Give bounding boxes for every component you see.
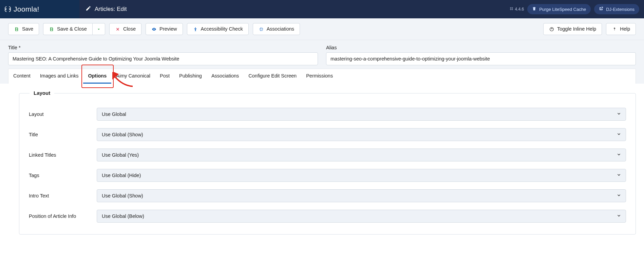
question-icon [612, 27, 617, 32]
form-row-label: Linked Titles [29, 152, 97, 158]
alias-input[interactable] [326, 52, 636, 65]
tab-content[interactable]: Content [8, 69, 35, 84]
page-title-area: Articles: Edit [79, 0, 510, 18]
save-dropdown-button[interactable] [92, 23, 105, 35]
tab-post[interactable]: Post [155, 69, 174, 84]
toolbar: Save Save & Close Close Preview Acces [0, 18, 644, 40]
pencil-icon [86, 5, 91, 13]
help-button[interactable]: Help [606, 23, 636, 35]
form-row-label: Intro Text [29, 193, 97, 198]
select-linked-titles[interactable]: Use Global (Yes) [97, 149, 626, 161]
title-label: Title * [8, 45, 318, 50]
tabs-container: ContentImages and LinksOptionsAimy Canon… [0, 69, 644, 84]
tabs-row: ContentImages and LinksOptionsAimy Canon… [8, 69, 636, 84]
save-close-button[interactable]: Save & Close [43, 23, 92, 35]
form-row-label: Position of Article Info [29, 213, 97, 219]
title-alias-area: Title * Alias [0, 40, 644, 69]
tab-permissions[interactable]: Permissions [301, 69, 338, 84]
svg-point-3 [512, 9, 513, 10]
select-layout[interactable]: Use Global [97, 108, 626, 121]
title-input[interactable] [8, 52, 318, 65]
question-circle-icon [549, 27, 554, 32]
top-bar: Joomla! Articles: Edit 4.4.6 Purge LiteS… [0, 0, 644, 18]
tab-configure-edit[interactable]: Configure Edit Screen [244, 69, 301, 84]
joomla-logo[interactable]: Joomla! [4, 5, 39, 13]
form-row: Position of Article InfoUse Global (Belo… [29, 210, 626, 223]
save-close-group: Save & Close [43, 23, 105, 35]
svg-point-2 [510, 9, 511, 10]
tab-aimy-canonical[interactable]: Aimy Canonical [111, 69, 155, 84]
chevron-down-icon [96, 27, 101, 32]
form-row-label: Title [29, 132, 97, 137]
close-icon [115, 27, 120, 32]
accessibility-icon [193, 27, 198, 32]
layout-fieldset: Layout LayoutUse GlobalTitleUse Global (… [19, 93, 636, 235]
form-row: Intro TextUse Global (Show) [29, 189, 626, 202]
save-icon [14, 27, 19, 32]
select-value: Use Global [97, 108, 626, 121]
version-badge: 4.4.6 [510, 7, 524, 12]
topbar-actions: 4.4.6 Purge LiteSpeed Cache DJ-Extension… [510, 0, 644, 18]
tab-images-links[interactable]: Images and Links [35, 69, 83, 84]
select-intro-text[interactable]: Use Global (Show) [97, 189, 626, 202]
svg-point-1 [512, 7, 513, 8]
select-value: Use Global (Below) [97, 210, 626, 223]
dj-extensions-button[interactable]: DJ-Extensions [594, 4, 639, 14]
select-value: Use Global (Hide) [97, 169, 626, 182]
save-icon [49, 27, 54, 32]
tab-associations[interactable]: Associations [207, 69, 244, 84]
page-title: Articles: Edit [95, 6, 127, 13]
svg-point-4 [195, 27, 195, 28]
joomla-icon [4, 5, 12, 13]
joomla-small-icon [510, 7, 513, 12]
content-area: Layout LayoutUse GlobalTitleUse Global (… [0, 84, 644, 235]
eye-icon [151, 27, 157, 32]
associations-button[interactable]: Associations [253, 23, 300, 35]
svg-point-0 [510, 7, 511, 8]
form-row: Linked TitlesUse Global (Yes) [29, 149, 626, 161]
form-row-label: Layout [29, 111, 97, 117]
select-value: Use Global (Show) [97, 128, 626, 141]
alias-label: Alias [326, 45, 636, 50]
brand-text: Joomla! [14, 5, 39, 13]
form-row-label: Tags [29, 173, 97, 178]
select-tags[interactable]: Use Global (Hide) [97, 169, 626, 182]
alias-field-col: Alias [326, 45, 636, 65]
form-row: LayoutUse Global [29, 108, 626, 121]
close-button[interactable]: Close [109, 23, 141, 35]
select-position-of-article-info[interactable]: Use Global (Below) [97, 210, 626, 223]
form-row: TitleUse Global (Show) [29, 128, 626, 141]
preview-button[interactable]: Preview [146, 23, 183, 35]
accessibility-check-button[interactable]: Accessibility Check [187, 23, 249, 35]
select-value: Use Global (Yes) [97, 149, 626, 161]
form-row: TagsUse Global (Hide) [29, 169, 626, 182]
brand-area: Joomla! [0, 0, 79, 18]
tab-publishing[interactable]: Publishing [174, 69, 207, 84]
contract-icon [259, 27, 264, 32]
fieldset-legend: Layout [30, 90, 54, 96]
trash-icon [532, 6, 536, 12]
select-title[interactable]: Use Global (Show) [97, 128, 626, 141]
external-link-icon [599, 6, 603, 12]
purge-cache-button[interactable]: Purge LiteSpeed Cache [527, 4, 591, 14]
toggle-inline-help-button[interactable]: Toggle Inline Help [543, 23, 602, 35]
select-value: Use Global (Show) [97, 189, 626, 202]
title-field-col: Title * [8, 45, 318, 65]
tab-options[interactable]: Options [83, 69, 111, 84]
save-button[interactable]: Save [8, 23, 39, 35]
